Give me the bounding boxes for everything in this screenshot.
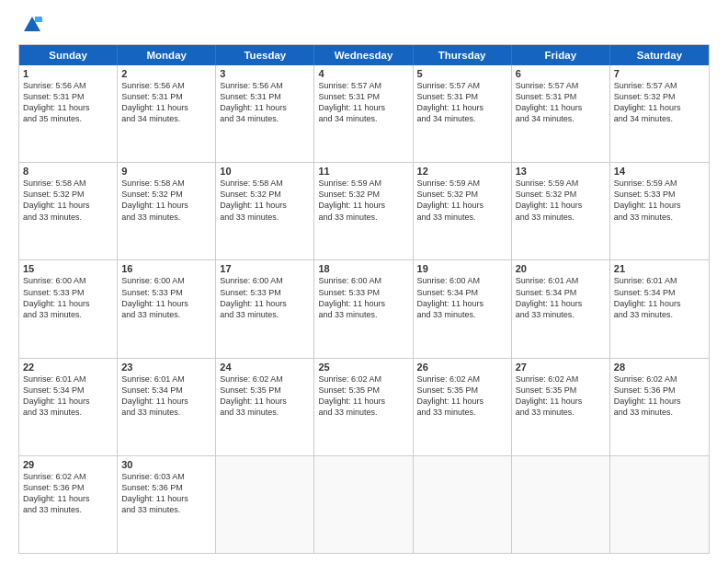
calendar-cell: 28Sunrise: 6:02 AM Sunset: 5:36 PM Dayli… (610, 359, 709, 455)
day-details: Sunrise: 6:01 AM Sunset: 5:34 PM Dayligh… (614, 275, 705, 320)
day-number: 27 (516, 362, 606, 373)
calendar-cell (414, 456, 512, 553)
svg-marker-1 (35, 17, 42, 22)
day-number: 22 (23, 362, 113, 373)
day-number: 20 (516, 263, 606, 274)
day-details: Sunrise: 5:59 AM Sunset: 5:32 PM Dayligh… (417, 178, 507, 223)
calendar-cell: 4Sunrise: 5:57 AM Sunset: 5:31 PM Daylig… (314, 65, 413, 162)
calendar-cell: 29Sunrise: 6:02 AM Sunset: 5:36 PM Dayli… (19, 456, 118, 553)
day-number: 15 (23, 263, 113, 274)
calendar-cell: 2Sunrise: 5:56 AM Sunset: 5:31 PM Daylig… (118, 65, 216, 162)
calendar-row-2: 15Sunrise: 6:00 AM Sunset: 5:33 PM Dayli… (19, 259, 709, 357)
calendar-cell: 16Sunrise: 6:00 AM Sunset: 5:33 PM Dayli… (118, 260, 216, 357)
day-number: 24 (220, 362, 310, 373)
day-number: 14 (614, 166, 705, 177)
day-number: 29 (23, 459, 113, 470)
day-number: 13 (516, 166, 606, 177)
calendar-cell: 26Sunrise: 6:02 AM Sunset: 5:35 PM Dayli… (414, 359, 512, 455)
calendar-row-4: 29Sunrise: 6:02 AM Sunset: 5:36 PM Dayli… (19, 455, 709, 553)
calendar-cell: 21Sunrise: 6:01 AM Sunset: 5:34 PM Dayli… (610, 260, 709, 357)
calendar-row-1: 8Sunrise: 5:58 AM Sunset: 5:32 PM Daylig… (19, 162, 709, 259)
calendar-cell: 25Sunrise: 6:02 AM Sunset: 5:35 PM Dayli… (314, 359, 413, 455)
calendar-cell (216, 456, 314, 553)
day-details: Sunrise: 5:58 AM Sunset: 5:32 PM Dayligh… (121, 178, 211, 223)
day-number: 6 (516, 68, 606, 79)
calendar-cell (610, 456, 709, 553)
day-number: 28 (614, 362, 705, 373)
day-number: 23 (121, 362, 211, 373)
day-details: Sunrise: 5:56 AM Sunset: 5:31 PM Dayligh… (23, 80, 113, 125)
header-day-saturday: Saturday (610, 45, 709, 65)
day-details: Sunrise: 6:00 AM Sunset: 5:33 PM Dayligh… (318, 275, 408, 320)
day-details: Sunrise: 6:02 AM Sunset: 5:36 PM Dayligh… (614, 373, 705, 419)
calendar-cell: 13Sunrise: 5:59 AM Sunset: 5:32 PM Dayli… (512, 163, 610, 259)
calendar-cell: 17Sunrise: 6:00 AM Sunset: 5:33 PM Dayli… (216, 260, 314, 357)
day-number: 17 (220, 263, 310, 274)
day-details: Sunrise: 5:56 AM Sunset: 5:31 PM Dayligh… (121, 80, 211, 125)
calendar-cell: 23Sunrise: 6:01 AM Sunset: 5:34 PM Dayli… (118, 359, 216, 455)
day-details: Sunrise: 5:57 AM Sunset: 5:31 PM Dayligh… (516, 80, 606, 125)
calendar-cell: 30Sunrise: 6:03 AM Sunset: 5:36 PM Dayli… (118, 456, 216, 553)
calendar-cell: 11Sunrise: 5:59 AM Sunset: 5:32 PM Dayli… (314, 163, 413, 259)
day-details: Sunrise: 5:56 AM Sunset: 5:31 PM Dayligh… (220, 80, 310, 125)
day-number: 21 (614, 263, 705, 274)
calendar-cell: 12Sunrise: 5:59 AM Sunset: 5:32 PM Dayli… (414, 163, 512, 259)
calendar-cell: 5Sunrise: 5:57 AM Sunset: 5:31 PM Daylig… (414, 65, 512, 162)
day-details: Sunrise: 6:00 AM Sunset: 5:34 PM Dayligh… (417, 275, 507, 320)
calendar-cell: 15Sunrise: 6:00 AM Sunset: 5:33 PM Dayli… (19, 260, 118, 357)
calendar-cell: 6Sunrise: 5:57 AM Sunset: 5:31 PM Daylig… (512, 65, 610, 162)
day-number: 25 (318, 362, 408, 373)
day-number: 26 (417, 362, 507, 373)
day-details: Sunrise: 6:01 AM Sunset: 5:34 PM Dayligh… (516, 275, 606, 320)
calendar-cell (314, 456, 413, 553)
day-details: Sunrise: 6:01 AM Sunset: 5:34 PM Dayligh… (121, 373, 211, 419)
day-number: 2 (121, 68, 211, 79)
calendar-cell: 20Sunrise: 6:01 AM Sunset: 5:34 PM Dayli… (512, 260, 610, 357)
logo (18, 15, 42, 35)
day-details: Sunrise: 6:01 AM Sunset: 5:34 PM Dayligh… (23, 373, 113, 419)
calendar-cell: 22Sunrise: 6:01 AM Sunset: 5:34 PM Dayli… (19, 359, 118, 455)
header-day-monday: Monday (118, 45, 216, 65)
day-details: Sunrise: 5:57 AM Sunset: 5:31 PM Dayligh… (417, 80, 507, 125)
calendar-cell: 3Sunrise: 5:56 AM Sunset: 5:31 PM Daylig… (216, 65, 314, 162)
day-details: Sunrise: 5:59 AM Sunset: 5:32 PM Dayligh… (318, 178, 408, 223)
day-number: 7 (614, 68, 705, 79)
calendar-row-3: 22Sunrise: 6:01 AM Sunset: 5:34 PM Dayli… (19, 358, 709, 455)
day-details: Sunrise: 6:02 AM Sunset: 5:36 PM Dayligh… (23, 471, 113, 516)
day-details: Sunrise: 6:00 AM Sunset: 5:33 PM Dayligh… (220, 275, 310, 320)
day-details: Sunrise: 6:02 AM Sunset: 5:35 PM Dayligh… (417, 373, 507, 419)
day-details: Sunrise: 6:02 AM Sunset: 5:35 PM Dayligh… (318, 373, 408, 419)
calendar-cell: 27Sunrise: 6:02 AM Sunset: 5:35 PM Dayli… (512, 359, 610, 455)
day-number: 10 (220, 166, 310, 177)
header-day-wednesday: Wednesday (314, 45, 413, 65)
calendar-cell: 18Sunrise: 6:00 AM Sunset: 5:33 PM Dayli… (314, 260, 413, 357)
day-details: Sunrise: 6:02 AM Sunset: 5:35 PM Dayligh… (516, 373, 606, 419)
day-number: 4 (318, 68, 408, 79)
logo-icon (22, 15, 42, 35)
calendar-header: SundayMondayTuesdayWednesdayThursdayFrid… (19, 45, 709, 65)
calendar-cell: 8Sunrise: 5:58 AM Sunset: 5:32 PM Daylig… (19, 163, 118, 259)
header-day-tuesday: Tuesday (216, 45, 314, 65)
day-details: Sunrise: 6:02 AM Sunset: 5:35 PM Dayligh… (220, 373, 310, 419)
day-number: 19 (417, 263, 507, 274)
calendar-cell: 7Sunrise: 5:57 AM Sunset: 5:32 PM Daylig… (610, 65, 709, 162)
day-number: 5 (417, 68, 507, 79)
calendar: SundayMondayTuesdayWednesdayThursdayFrid… (18, 44, 710, 554)
day-details: Sunrise: 6:03 AM Sunset: 5:36 PM Dayligh… (121, 471, 211, 516)
header-day-sunday: Sunday (19, 45, 118, 65)
header-day-friday: Friday (512, 45, 610, 65)
calendar-cell: 19Sunrise: 6:00 AM Sunset: 5:34 PM Dayli… (414, 260, 512, 357)
day-details: Sunrise: 5:59 AM Sunset: 5:33 PM Dayligh… (614, 178, 705, 223)
page: SundayMondayTuesdayWednesdayThursdayFrid… (0, 0, 728, 563)
day-details: Sunrise: 5:58 AM Sunset: 5:32 PM Dayligh… (220, 178, 310, 223)
calendar-cell: 10Sunrise: 5:58 AM Sunset: 5:32 PM Dayli… (216, 163, 314, 259)
day-number: 8 (23, 166, 113, 177)
day-details: Sunrise: 5:57 AM Sunset: 5:31 PM Dayligh… (318, 80, 408, 125)
calendar-cell: 14Sunrise: 5:59 AM Sunset: 5:33 PM Dayli… (610, 163, 709, 259)
calendar-cell: 24Sunrise: 6:02 AM Sunset: 5:35 PM Dayli… (216, 359, 314, 455)
day-details: Sunrise: 5:58 AM Sunset: 5:32 PM Dayligh… (23, 178, 113, 223)
day-details: Sunrise: 6:00 AM Sunset: 5:33 PM Dayligh… (121, 275, 211, 320)
day-details: Sunrise: 6:00 AM Sunset: 5:33 PM Dayligh… (23, 275, 113, 320)
calendar-cell (512, 456, 610, 553)
day-number: 9 (121, 166, 211, 177)
